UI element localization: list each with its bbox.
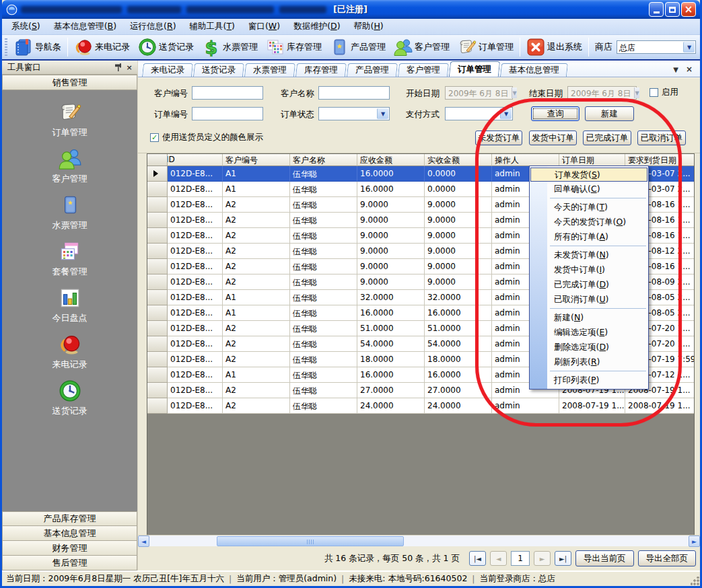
toolbar-button-9[interactable]: 退出系统	[522, 36, 586, 58]
menu-item-3[interactable]: 运行信息(R)	[123, 19, 182, 34]
row-selector-cell[interactable]	[147, 259, 168, 274]
context-menu-item-8[interactable]: 未发货订单(N)	[530, 248, 648, 262]
order-no-input[interactable]	[192, 107, 263, 120]
scroll-right-icon[interactable]: ►	[689, 536, 700, 547]
context-menu-item-13[interactable]: 新建(N)	[530, 310, 648, 325]
context-menu-item-5[interactable]: 今天的发货订单(O)	[530, 215, 648, 229]
scrollbar-thumb[interactable]	[217, 536, 404, 546]
tab-8[interactable]: 基本信息管理	[500, 63, 568, 77]
tab-list-dropdown-icon[interactable]: ▼	[670, 64, 681, 75]
order-status-select[interactable]: ▼	[318, 107, 390, 120]
context-menu-item-15[interactable]: 删除选定项(D)	[530, 340, 648, 355]
row-selector-cell[interactable]	[147, 166, 168, 182]
tab-1[interactable]: 来电记录	[142, 63, 193, 77]
tab-close-icon[interactable]: ×	[684, 64, 695, 75]
row-selector-cell[interactable]	[147, 367, 168, 383]
tab-5[interactable]: 产品管理	[347, 63, 398, 77]
row-selector-cell[interactable]	[147, 336, 168, 352]
column-header-5[interactable]: 实收金额	[425, 154, 492, 166]
menu-item-4[interactable]: 辅助工具(T)	[183, 19, 242, 34]
sidebar-group-button-1[interactable]: 产品库存管理	[2, 511, 137, 526]
delivery-color-checkbox[interactable]: ✓	[150, 133, 159, 142]
pin-icon[interactable]	[113, 63, 124, 73]
sidebar-item-2[interactable]: 客户管理	[52, 147, 87, 185]
order-status-filter-button-2[interactable]: 发货中订单	[529, 131, 577, 145]
context-menu-item-10[interactable]: 已完成订单(D)	[530, 277, 648, 292]
menu-item-1[interactable]: 系统(S)	[5, 19, 47, 34]
export-all-pages-button[interactable]: 导出全部页	[638, 550, 697, 566]
context-menu-item-16[interactable]: 刷新列表(R)	[530, 355, 648, 369]
column-header-3[interactable]: 客户名称	[290, 154, 357, 166]
tab-7[interactable]: 订单管理	[449, 61, 500, 77]
start-date-picker[interactable]: 2009年 6月 8日 ▼	[445, 86, 513, 100]
menu-item-6[interactable]: 数据维护(D)	[287, 19, 347, 34]
row-selector-cell[interactable]	[147, 213, 168, 228]
toolbar-button-2[interactable]: 来电记录	[70, 36, 134, 58]
sidebar-group-button-2[interactable]: 基本信息管理	[2, 526, 137, 541]
tab-4[interactable]: 库存管理	[295, 63, 347, 77]
maximize-button[interactable]	[665, 2, 680, 17]
last-page-button[interactable]: ►|	[555, 551, 571, 566]
row-selector-cell[interactable]	[147, 352, 168, 367]
end-date-picker[interactable]: 2009年 6月 8日 ▼	[567, 86, 637, 100]
column-header-8[interactable]: 要求到货日期	[625, 154, 695, 166]
close-icon[interactable]: ×	[124, 63, 135, 73]
column-header-2[interactable]: 客户编号	[223, 154, 290, 166]
new-button[interactable]: 新建	[585, 106, 634, 121]
sidebar-section-sales[interactable]: 销售管理	[2, 75, 137, 90]
minimize-button[interactable]	[649, 2, 664, 17]
row-selector-cell[interactable]	[147, 321, 168, 336]
sidebar-item-4[interactable]: 套餐管理	[52, 240, 87, 278]
row-selector-cell[interactable]	[147, 228, 168, 244]
order-status-filter-button-3[interactable]: 已完成订单	[583, 131, 631, 145]
sidebar-item-3[interactable]: 水票管理	[52, 194, 87, 231]
next-page-button[interactable]: ►	[534, 551, 551, 566]
first-page-button[interactable]: |◄	[469, 551, 486, 566]
horizontal-scrollbar[interactable]: ◄ ►	[138, 535, 700, 546]
sidebar-group-button-3[interactable]: 财务管理	[2, 541, 137, 556]
query-button[interactable]: 查询	[531, 106, 580, 121]
menu-item-7[interactable]: 帮助(H)	[347, 19, 390, 34]
context-menu-item-14[interactable]: 编辑选定项(E)	[530, 325, 648, 340]
column-header-1[interactable]: ID	[168, 154, 223, 166]
context-menu-item-6[interactable]: 所有的订单(A)	[530, 229, 648, 244]
row-selector-cell[interactable]	[147, 383, 168, 398]
pay-method-select[interactable]: ▼	[445, 107, 513, 120]
context-menu-item-9[interactable]: 发货中订单(I)	[530, 262, 648, 277]
row-selector-cell[interactable]	[147, 398, 168, 414]
toolbar-grip-handle[interactable]	[5, 38, 7, 56]
order-status-filter-button-4[interactable]: 已取消订单	[637, 131, 686, 145]
column-header-7[interactable]: 订单日期	[559, 154, 625, 166]
page-number-input[interactable]: 1	[511, 551, 530, 566]
menu-item-2[interactable]: 基本信息管理(B)	[47, 19, 123, 34]
sidebar-item-6[interactable]: 来电记录	[52, 333, 87, 371]
prev-page-button[interactable]: ◄	[490, 551, 507, 566]
row-selector-cell[interactable]	[147, 305, 168, 321]
menu-item-5[interactable]: 窗口(W)	[242, 19, 287, 34]
toolbar-button-8[interactable]: 订单管理	[454, 36, 518, 58]
row-selector-cell[interactable]	[147, 244, 168, 259]
toolbar-button-7[interactable]: 客户管理	[390, 36, 454, 58]
table-row[interactable]: 012D-E8...A2伍华聪24.000024.0000admin2008-0…	[147, 398, 694, 414]
context-menu-item-18[interactable]: 打印列表(P)	[530, 373, 648, 388]
scroll-left-icon[interactable]: ◄	[138, 536, 149, 547]
toolbar-button-6[interactable]: 产品管理	[326, 36, 390, 58]
store-select[interactable]: 总店 ▼	[617, 40, 696, 54]
toolbar-button-4[interactable]: $水票管理	[198, 36, 262, 58]
customer-name-input[interactable]	[318, 86, 390, 100]
context-menu-item-4[interactable]: 今天的订单(T)	[530, 200, 648, 215]
sidebar-group-button-4[interactable]: 售后管理	[2, 556, 137, 571]
row-selector-cell[interactable]	[147, 290, 168, 305]
sidebar-item-7[interactable]: 送货记录	[52, 379, 87, 417]
resize-grip[interactable]	[691, 577, 699, 585]
export-current-page-button[interactable]: 导出当前页	[575, 550, 634, 566]
row-selector-cell[interactable]	[147, 182, 168, 197]
toolbar-button-1[interactable]: 导航条	[10, 36, 65, 58]
enable-checkbox[interactable]	[650, 88, 658, 97]
column-header-6[interactable]: 操作人	[492, 154, 559, 166]
column-header-4[interactable]: 应收金额	[357, 154, 425, 166]
tab-2[interactable]: 送货记录	[193, 63, 244, 77]
customer-no-input[interactable]	[192, 86, 263, 100]
tab-3[interactable]: 水票管理	[244, 63, 295, 77]
sidebar-item-5[interactable]: 今日盘点	[52, 287, 87, 324]
